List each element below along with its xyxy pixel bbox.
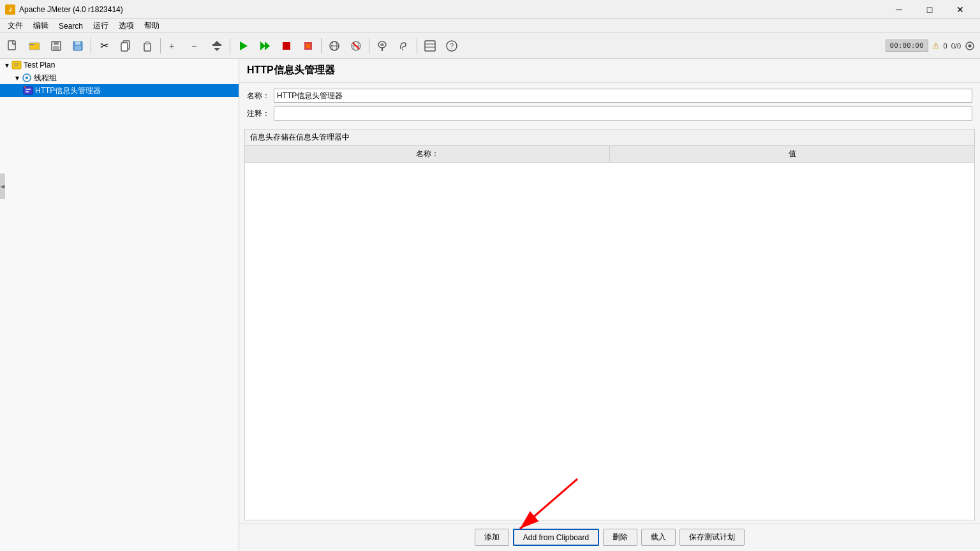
toolbar: ✂ + − (0, 33, 980, 59)
svg-rect-11 (144, 43, 151, 51)
svg-point-46 (26, 77, 28, 79)
warning-count: 0 (944, 42, 947, 50)
separator-5 (369, 38, 369, 54)
thread-group-icon (22, 73, 32, 83)
menu-options[interactable]: 选项 (114, 19, 139, 33)
separator-1 (91, 38, 91, 54)
http-header-label: HTTP信息头管理器 (35, 85, 101, 96)
test-plan-icon (11, 60, 22, 70)
panel-title: HTTP信息头管理器 (239, 59, 980, 83)
save-button[interactable] (68, 36, 88, 56)
side-collapse-tab[interactable]: ◀ (0, 173, 5, 199)
tree-node-http-header[interactable]: HTTP信息头管理器 (0, 84, 239, 97)
stop-now-button[interactable] (298, 36, 318, 56)
save-template-button[interactable] (46, 36, 66, 56)
svg-rect-23 (306, 44, 310, 48)
svg-rect-8 (75, 46, 81, 50)
menu-help[interactable]: 帮助 (139, 19, 165, 33)
svg-rect-2 (29, 44, 34, 45)
error-ratio: 0/0 (951, 42, 961, 50)
test-plan-label: Test Plan (24, 61, 55, 70)
http-header-icon (23, 85, 33, 96)
toggle-button[interactable] (207, 36, 227, 56)
tree-node-test-plan[interactable]: ▼ Test Plan (0, 59, 239, 71)
svg-rect-7 (75, 41, 80, 45)
svg-text:?: ? (450, 42, 454, 50)
save-test-button[interactable]: 保存测试计划 (679, 529, 745, 546)
close-button[interactable]: ✕ (946, 0, 975, 19)
load-button[interactable]: 载入 (641, 529, 676, 546)
add-button[interactable]: 添加 (475, 529, 509, 546)
start-no-pause-button[interactable] (255, 36, 275, 56)
maximize-button[interactable]: □ (915, 0, 944, 19)
svg-text:−: − (191, 41, 197, 51)
start-button[interactable] (233, 36, 253, 56)
menu-search[interactable]: Search (54, 20, 88, 32)
menu-run[interactable]: 运行 (88, 19, 114, 33)
svg-point-34 (402, 49, 403, 50)
function-helper-button[interactable] (394, 36, 414, 56)
minimize-button[interactable]: ─ (884, 0, 914, 19)
separator-6 (417, 38, 417, 54)
stop-button[interactable] (276, 36, 297, 56)
table-container: 信息头存储在信息头管理器中 名称： 值 (244, 129, 975, 520)
svg-text:+: + (169, 41, 174, 51)
remote-stop-all-button[interactable] (346, 36, 366, 56)
svg-point-41 (969, 44, 972, 47)
title-bar-text: Apache JMeter (4.0 r1823414) (19, 5, 884, 14)
delete-button[interactable]: 删除 (603, 529, 637, 546)
warning-icon: ⚠ (932, 41, 940, 50)
separator-4 (321, 38, 322, 54)
right-panel: HTTP信息头管理器 名称： 注释： 信息头存储在信息头管理器中 名称： 值 添… (239, 59, 980, 551)
main-layout: ◀ ▼ Test Plan ▼ 线程组 HTTP信息头管理器 (0, 59, 980, 551)
title-bar-controls: ─ □ ✕ (884, 0, 975, 19)
svg-rect-21 (283, 42, 290, 50)
table-body (245, 163, 974, 520)
tree-toggle-thread-group[interactable]: ▼ (13, 73, 22, 82)
tree-toggle-test-plan[interactable]: ▼ (3, 61, 11, 70)
menu-file[interactable]: 文件 (3, 19, 28, 33)
menu-edit[interactable]: 编辑 (28, 19, 54, 33)
table-info: 信息头存储在信息头管理器中 (245, 129, 974, 146)
comment-input[interactable] (274, 107, 972, 121)
name-input[interactable] (274, 89, 972, 103)
form-area: 名称： 注释： (239, 83, 980, 126)
svg-marker-19 (260, 41, 265, 50)
name-label: 名称： (247, 91, 270, 101)
settings-icon (965, 41, 975, 51)
new-button[interactable] (3, 36, 23, 56)
title-bar: J Apache JMeter (4.0 r1823414) ─ □ ✕ (0, 0, 980, 19)
comment-row: 注释： (239, 105, 980, 122)
svg-rect-42 (12, 61, 21, 69)
tree-panel: ◀ ▼ Test Plan ▼ 线程组 HTTP信息头管理器 (0, 59, 239, 551)
svg-marker-16 (214, 41, 220, 44)
button-bar: 添加 Add from Clipboard 删除 载入 保存测试计划 (239, 523, 980, 551)
header-value: 值 (610, 146, 974, 162)
name-row: 名称： (239, 87, 980, 105)
paste-button[interactable] (137, 36, 158, 56)
copy-button[interactable] (115, 36, 136, 56)
separator-3 (230, 38, 230, 54)
add-clipboard-button[interactable]: Add from Clipboard (513, 529, 599, 546)
svg-rect-5 (53, 46, 59, 50)
svg-rect-10 (121, 43, 128, 51)
svg-rect-0 (8, 41, 15, 50)
remote-start-all-button[interactable] (324, 36, 345, 56)
thread-group-label: 线程组 (34, 73, 57, 84)
svg-rect-15 (212, 44, 221, 46)
svg-marker-18 (240, 41, 248, 50)
menu-bar: 文件 编辑 Search 运行 选项 帮助 (0, 19, 980, 33)
templates-button[interactable] (420, 36, 440, 56)
help-button[interactable]: ? (442, 36, 462, 56)
separator-2 (160, 38, 161, 54)
svg-rect-4 (54, 41, 59, 45)
clear-all-button[interactable] (372, 36, 392, 56)
open-button[interactable] (24, 36, 45, 56)
elapsed-time: 00:00:00 (886, 40, 928, 52)
svg-marker-20 (265, 41, 270, 50)
tree-node-thread-group[interactable]: ▼ 线程组 (0, 71, 239, 84)
expand-button[interactable]: + (163, 36, 184, 56)
svg-rect-12 (145, 41, 149, 44)
cut-button[interactable]: ✂ (94, 36, 114, 56)
collapse-button[interactable]: − (185, 36, 205, 56)
